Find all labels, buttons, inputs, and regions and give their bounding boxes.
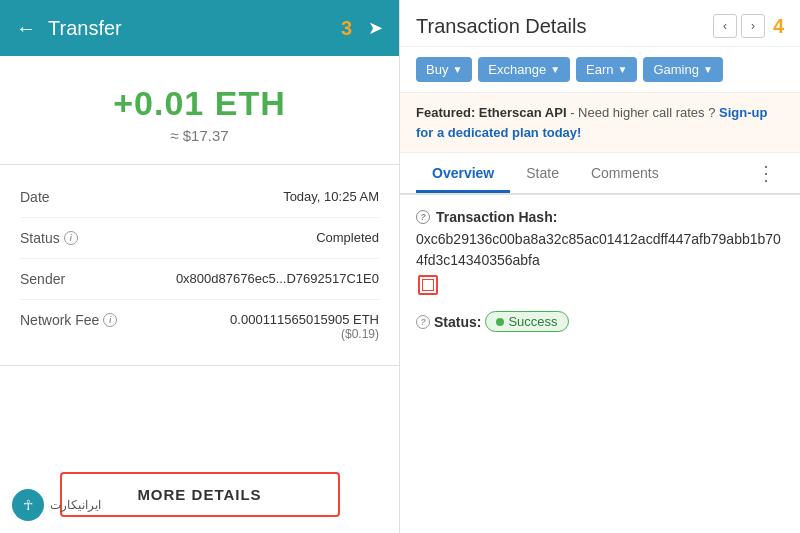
date-row: Date Today, 10:25 AM	[20, 177, 379, 218]
network-fee-value: 0.000111565015905 ETH ($0.19)	[230, 312, 379, 341]
tx-hash-label: ? Transaction Hash:	[416, 209, 784, 225]
tx-hash-field: ? Transaction Hash: 0xc6b29136c00ba8a32c…	[416, 209, 784, 295]
tx-status-row: ? Status: Success	[416, 311, 784, 332]
tx-content: ? Transaction Hash: 0xc6b29136c00ba8a32c…	[400, 195, 800, 533]
tx-hash-info-icon[interactable]: ?	[416, 210, 430, 224]
featured-banner: Featured: Etherscan API - Need higher ca…	[400, 93, 800, 153]
sender-value: 0x800d87676ec5...D7692517C1E0	[176, 271, 379, 286]
prev-arrow-button[interactable]: ‹	[713, 14, 737, 38]
sender-label: Sender	[20, 271, 110, 287]
buy-menu-button[interactable]: Buy ▼	[416, 57, 472, 82]
date-label: Date	[20, 189, 110, 205]
tab-overview[interactable]: Overview	[416, 155, 510, 191]
eth-amount: +0.01 ETH	[113, 84, 285, 123]
tabs-row: Overview State Comments ⋮	[400, 153, 800, 195]
network-fee-info-icon[interactable]: i	[103, 313, 117, 327]
tab-more-button[interactable]: ⋮	[748, 153, 784, 193]
gaming-menu-button[interactable]: Gaming ▼	[643, 57, 722, 82]
fee-eth: 0.000111565015905 ETH	[230, 312, 379, 327]
status-label: Status i	[20, 230, 110, 246]
left-header: ← Transfer 3 ➤	[0, 0, 399, 56]
status-dot	[496, 318, 504, 326]
status-badge: Success	[485, 311, 568, 332]
copy-hash-button[interactable]	[418, 275, 438, 295]
right-panel: Transaction Details ‹ › 4 Buy ▼ Exchange…	[400, 0, 800, 533]
header-badge: 3	[341, 17, 352, 40]
next-arrow-button[interactable]: ›	[741, 14, 765, 38]
tx-hash-value: 0xc6b29136c00ba8a32c85ac01412acdff447afb…	[416, 229, 784, 295]
details-section: Date Today, 10:25 AM Status i Completed …	[0, 165, 399, 366]
tx-status-label: Status:	[434, 314, 481, 330]
fee-usd: ($0.19)	[230, 327, 379, 341]
left-panel: ← Transfer 3 ➤ +0.01 ETH ≈ $17.37 Date T…	[0, 0, 400, 533]
tab-comments[interactable]: Comments	[575, 155, 675, 191]
nav-menu: Buy ▼ Exchange ▼ Earn ▼ Gaming ▼	[400, 47, 800, 93]
featured-service: Etherscan API	[479, 105, 567, 120]
page-title: Transfer	[48, 17, 341, 40]
status-badge-text: Success	[508, 314, 557, 329]
tab-state[interactable]: State	[510, 155, 575, 191]
usd-amount: ≈ $17.37	[170, 127, 228, 144]
right-badge: 4	[773, 15, 784, 38]
sender-row: Sender 0x800d87676ec5...D7692517C1E0	[20, 259, 379, 300]
tx-status-info-icon[interactable]: ?	[416, 315, 430, 329]
back-button[interactable]: ←	[16, 17, 36, 40]
brand-icon: ☥	[12, 489, 44, 521]
tx-status-field: ? Status: Success	[416, 311, 784, 332]
more-details-button[interactable]: MORE DETAILS	[60, 472, 340, 517]
right-header: Transaction Details ‹ › 4	[400, 0, 800, 47]
share-button[interactable]: ➤	[368, 17, 383, 39]
transaction-details-title: Transaction Details	[416, 15, 701, 38]
amount-section: +0.01 ETH ≈ $17.37	[0, 56, 399, 165]
nav-arrows: ‹ ›	[713, 14, 765, 38]
featured-middle: - Need higher call rates ?	[570, 105, 715, 120]
bottom-brand: ☥ ایرانیکارت	[12, 489, 101, 521]
featured-label: Featured:	[416, 105, 475, 120]
network-fee-label: Network Fee i	[20, 312, 117, 328]
earn-menu-button[interactable]: Earn ▼	[576, 57, 637, 82]
date-value: Today, 10:25 AM	[283, 189, 379, 204]
brand-text: ایرانیکارت	[50, 498, 101, 512]
network-fee-row: Network Fee i 0.000111565015905 ETH ($0.…	[20, 300, 379, 353]
status-value: Completed	[316, 230, 379, 245]
exchange-menu-button[interactable]: Exchange ▼	[478, 57, 570, 82]
status-info-icon[interactable]: i	[64, 231, 78, 245]
status-row: Status i Completed	[20, 218, 379, 259]
